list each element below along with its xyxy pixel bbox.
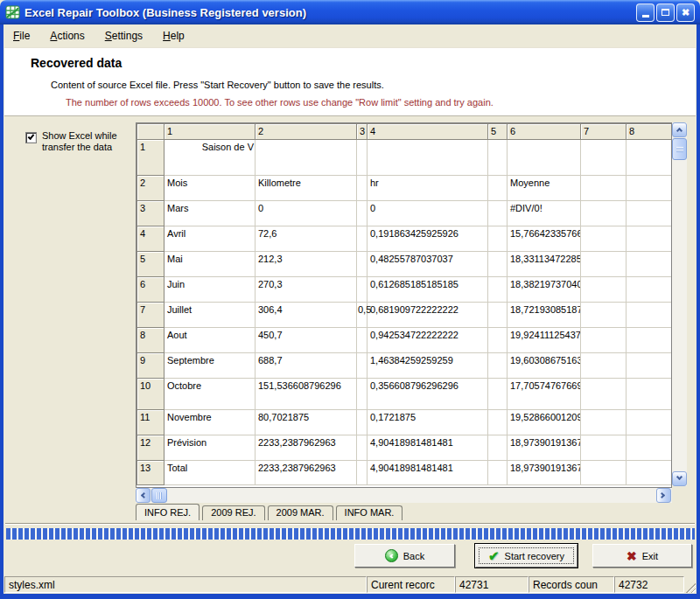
- cell[interactable]: 17,70574767669: [508, 379, 581, 410]
- cell[interactable]: Mai: [164, 252, 256, 277]
- scroll-left-button[interactable]: [136, 488, 150, 503]
- cell[interactable]: [488, 140, 508, 176]
- back-button[interactable]: Back: [354, 544, 455, 568]
- exit-button[interactable]: ✖ Exit: [592, 544, 692, 568]
- row-header[interactable]: 5: [137, 252, 164, 277]
- cell[interactable]: [488, 328, 508, 353]
- cell[interactable]: [581, 277, 626, 303]
- cell[interactable]: Mars: [164, 201, 256, 226]
- cell[interactable]: [626, 461, 672, 485]
- cell[interactable]: [581, 379, 626, 410]
- title-bar[interactable]: Excel Repair Toolbox (Business Registere…: [0, 0, 700, 24]
- cell[interactable]: [626, 252, 672, 277]
- row-header[interactable]: 2: [137, 176, 164, 201]
- cell[interactable]: 450,7: [256, 328, 357, 353]
- cell[interactable]: [488, 176, 508, 201]
- cell[interactable]: [488, 461, 508, 485]
- cell[interactable]: 18,72193085187: [508, 303, 581, 328]
- cell[interactable]: 80,7021875: [256, 410, 357, 435]
- cell[interactable]: [357, 140, 368, 176]
- cell[interactable]: Octobre: [164, 379, 256, 410]
- cell[interactable]: Moyenne: [508, 176, 581, 201]
- column-header[interactable]: 6: [508, 124, 581, 140]
- menu-actions[interactable]: Actions: [46, 28, 88, 44]
- cell[interactable]: #DIV/0!: [508, 201, 581, 226]
- menu-file[interactable]: File: [9, 28, 34, 44]
- cell[interactable]: [488, 410, 508, 435]
- cell[interactable]: 0: [368, 201, 488, 226]
- column-header[interactable]: 8: [626, 124, 672, 140]
- maximize-button[interactable]: [656, 3, 675, 22]
- cell[interactable]: [581, 226, 626, 252]
- cell[interactable]: 19,52866001209: [508, 410, 581, 435]
- cell[interactable]: 18,97390191367: [508, 435, 581, 461]
- cell[interactable]: 18,38219737040: [508, 277, 581, 303]
- cell[interactable]: [357, 277, 368, 303]
- cell[interactable]: [626, 353, 672, 379]
- cell[interactable]: [357, 435, 368, 461]
- cell[interactable]: 1,46384259259259: [368, 353, 488, 379]
- cell[interactable]: [581, 410, 626, 435]
- cell[interactable]: 4,90418981481481: [368, 435, 488, 461]
- menu-help[interactable]: Help: [158, 28, 189, 44]
- cell[interactable]: [581, 140, 626, 176]
- row-header[interactable]: 11: [137, 410, 164, 435]
- cell[interactable]: [626, 226, 672, 252]
- cell[interactable]: [357, 252, 368, 277]
- row-header[interactable]: 4: [137, 226, 164, 252]
- cell[interactable]: 2233,2387962963: [256, 435, 357, 461]
- close-button[interactable]: ✖: [676, 3, 695, 22]
- cell[interactable]: [488, 252, 508, 277]
- cell[interactable]: 688,7: [256, 353, 357, 379]
- row-header[interactable]: 3: [137, 201, 164, 226]
- cell[interactable]: [357, 176, 368, 201]
- cell[interactable]: [488, 201, 508, 226]
- cell[interactable]: 0,612685185185185: [368, 277, 488, 303]
- row-header[interactable]: 9: [137, 353, 164, 379]
- horizontal-scrollbar[interactable]: [136, 488, 672, 503]
- cell[interactable]: 18,33113472285: [508, 252, 581, 277]
- cell[interactable]: Septembre: [164, 353, 256, 379]
- column-header[interactable]: 5: [488, 124, 508, 140]
- tab-2009-mar[interactable]: 2009 MAR.: [268, 505, 333, 520]
- cell[interactable]: 19,92411125437: [508, 328, 581, 353]
- cell[interactable]: [357, 226, 368, 252]
- column-header[interactable]: 3: [357, 124, 368, 140]
- cell[interactable]: [626, 303, 672, 328]
- cell[interactable]: [626, 201, 672, 226]
- column-header[interactable]: 2: [256, 124, 357, 140]
- cell[interactable]: [488, 379, 508, 410]
- cell[interactable]: [581, 461, 626, 485]
- column-header[interactable]: 1: [164, 124, 256, 140]
- vertical-scrollbar[interactable]: [672, 122, 687, 486]
- cell[interactable]: 0,356608796296296: [368, 379, 488, 410]
- cell[interactable]: [581, 303, 626, 328]
- scroll-up-button[interactable]: [672, 122, 687, 137]
- cell[interactable]: hr: [368, 176, 488, 201]
- cell[interactable]: Novembre: [164, 410, 256, 435]
- cell[interactable]: [581, 176, 626, 201]
- scroll-down-button[interactable]: [672, 471, 687, 486]
- horizontal-scroll-thumb[interactable]: [151, 488, 167, 503]
- cell[interactable]: 270,3: [256, 277, 357, 303]
- cell[interactable]: 4,90418981481481: [368, 461, 488, 485]
- cell[interactable]: [357, 379, 368, 410]
- cell[interactable]: Avril: [164, 226, 256, 252]
- cell[interactable]: 151,536608796296: [256, 379, 357, 410]
- cell[interactable]: 0,1721875: [368, 410, 488, 435]
- cell[interactable]: Aout: [164, 328, 256, 353]
- cell[interactable]: 212,3: [256, 252, 357, 277]
- row-header[interactable]: 1: [137, 140, 164, 176]
- cell[interactable]: 0,5: [357, 303, 368, 328]
- cell[interactable]: [488, 277, 508, 303]
- row-header[interactable]: 7: [137, 303, 164, 328]
- vertical-scroll-thumb[interactable]: [672, 138, 687, 160]
- cell[interactable]: [488, 303, 508, 328]
- cell[interactable]: [626, 410, 672, 435]
- cell[interactable]: [581, 353, 626, 379]
- grid-corner-cell[interactable]: [137, 124, 164, 140]
- cell[interactable]: 0,191863425925926: [368, 226, 488, 252]
- tab-info-mar[interactable]: INFO MAR.: [336, 505, 403, 520]
- tab-2009-rej[interactable]: 2009 REJ.: [202, 505, 264, 520]
- cell[interactable]: [357, 353, 368, 379]
